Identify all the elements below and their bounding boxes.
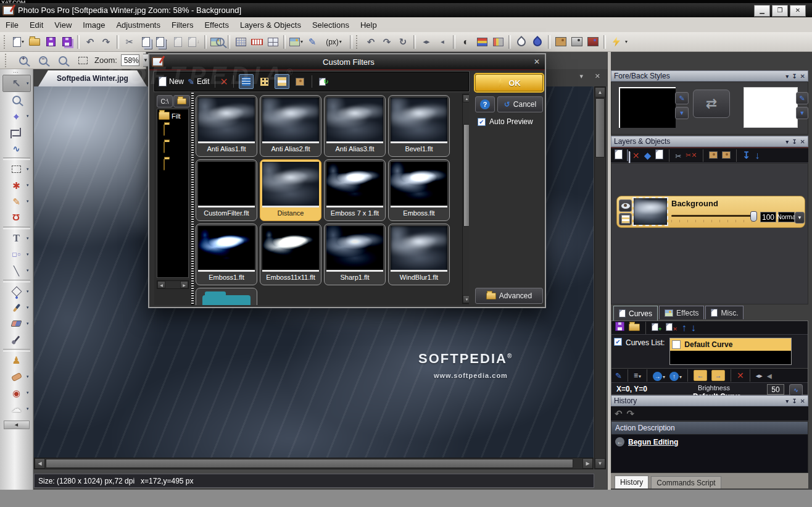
curves-list-checkbox[interactable]: ✔ bbox=[614, 338, 622, 346]
copy-button[interactable] bbox=[138, 34, 154, 50]
edit-foreground-button[interactable]: ✎ bbox=[675, 92, 689, 104]
units-dropdown[interactable]: (px)▾ bbox=[320, 34, 347, 50]
maximize-button[interactable]: ❐ bbox=[772, 5, 788, 17]
filter-item[interactable]: Sharp1.flt bbox=[324, 224, 386, 285]
pane-splitter[interactable] bbox=[191, 93, 194, 305]
tool-healing[interactable]: ▾ bbox=[3, 369, 30, 385]
grayscale-preset-button[interactable] bbox=[569, 34, 585, 50]
scroll-up-arrow[interactable]: ▲ bbox=[595, 87, 605, 98]
rotate-right-button[interactable]: ↷ bbox=[379, 34, 395, 50]
opacity-slider-track[interactable] bbox=[671, 215, 755, 217]
contrast-button[interactable]: ◐ bbox=[458, 34, 474, 50]
load-curve-button[interactable] bbox=[629, 322, 640, 333]
tab-close-icon[interactable]: ✕ bbox=[595, 73, 600, 80]
filter-item[interactable]: Anti Alias3.flt bbox=[324, 95, 386, 157]
zoom-page-button[interactable] bbox=[55, 52, 71, 69]
curve-value-box[interactable]: 50 bbox=[767, 384, 784, 395]
cut-button[interactable]: ✂ bbox=[122, 34, 138, 50]
layer-transparency-button[interactable] bbox=[619, 213, 632, 225]
filter-grid-scrollbar[interactable]: ▲ ▼ bbox=[462, 94, 469, 304]
palette-collapse-button[interactable]: ◀ bbox=[4, 421, 30, 429]
horizontal-scroll-thumb[interactable] bbox=[46, 459, 573, 468]
menu-edit[interactable]: Edit bbox=[24, 19, 49, 31]
sepia-preset-button[interactable] bbox=[553, 34, 569, 50]
color-levels-button[interactable] bbox=[474, 34, 490, 50]
add-curve-button[interactable]: + bbox=[652, 322, 661, 333]
tool-magnetic-lasso[interactable]: Ω bbox=[3, 209, 30, 225]
open-button[interactable] bbox=[27, 34, 43, 50]
tool-eraser[interactable]: ▾ bbox=[3, 316, 30, 332]
menu-selections[interactable]: Selections bbox=[307, 19, 355, 31]
zoom-out-button[interactable]: − bbox=[35, 52, 51, 69]
folder-tree-item[interactable] bbox=[157, 136, 188, 153]
sharpen-button[interactable] bbox=[513, 34, 529, 50]
panel-close-icon[interactable]: ✕ bbox=[800, 398, 805, 404]
tool-move[interactable]: ⌖▾ bbox=[3, 108, 30, 124]
panel-collapse-icon[interactable]: ▾ bbox=[785, 73, 789, 80]
filter-item[interactable]: Anti Alias1.flt bbox=[196, 95, 257, 157]
grid-scroll-thumb[interactable] bbox=[463, 124, 469, 227]
history-item[interactable]: ← Begun Editing bbox=[611, 435, 808, 449]
foreground-color-swatch[interactable] bbox=[619, 87, 676, 128]
rotate-custom-button[interactable]: ↻ bbox=[395, 34, 411, 50]
panel-pin-icon[interactable]: ↧ bbox=[792, 138, 797, 145]
delete-filter-button[interactable]: ✕ bbox=[220, 76, 228, 88]
panel-pin-icon[interactable]: ↧ bbox=[792, 73, 797, 80]
fit-image-button[interactable] bbox=[75, 52, 91, 69]
tab-list-chevron[interactable]: ▾ bbox=[579, 73, 583, 80]
measure-button[interactable]: ✎ bbox=[304, 34, 320, 50]
panel-close-icon[interactable]: ✕ bbox=[800, 73, 805, 80]
curve-graph-button[interactable]: ∿ bbox=[789, 384, 803, 396]
tool-smudge[interactable]: ☁▾ bbox=[3, 401, 30, 417]
cancel-button[interactable]: ↺Cancel bbox=[497, 96, 543, 112]
canvas-horizontal-scrollbar[interactable]: ◀ ▶ bbox=[34, 458, 594, 469]
tool-zoom[interactable] bbox=[3, 92, 30, 108]
scroll-down-arrow[interactable]: ▼ bbox=[463, 295, 469, 303]
delete-layer-button[interactable]: ✕ bbox=[632, 151, 640, 161]
folder-tree[interactable]: Filt bbox=[157, 109, 189, 278]
large-thumbnails-button[interactable] bbox=[275, 74, 289, 89]
menu-effects[interactable]: Effects bbox=[199, 19, 234, 31]
menu-help[interactable]: Help bbox=[355, 19, 383, 31]
remove-object-button[interactable]: ✂✕ bbox=[686, 151, 697, 159]
tool-crop[interactable] bbox=[3, 124, 30, 140]
filter-item[interactable]: WindBlur1.flt bbox=[388, 224, 450, 285]
shift-right-button[interactable]: → bbox=[711, 370, 725, 381]
ok-button[interactable]: OK bbox=[475, 74, 543, 91]
edit-background-button[interactable]: ✎ bbox=[796, 92, 808, 104]
curves-listbox[interactable]: Default Curve bbox=[669, 338, 792, 365]
undo-button[interactable]: ↶ bbox=[82, 34, 98, 50]
layer-visibility-button[interactable] bbox=[619, 199, 632, 212]
duplicate-layer-button[interactable] bbox=[627, 150, 628, 161]
mirror-vertical-button[interactable]: ◂ bbox=[767, 370, 772, 382]
layer-info-button[interactable]: ◆ bbox=[644, 150, 652, 161]
drive-button[interactable]: C:\ bbox=[157, 95, 173, 107]
folder-tree-item[interactable] bbox=[157, 153, 188, 170]
reset-curve-button[interactable]: ✕ bbox=[737, 371, 744, 380]
blend-mode-value[interactable]: Norma bbox=[778, 212, 795, 222]
cut-layer-button[interactable]: ✂ bbox=[675, 150, 681, 161]
dialog-close-icon[interactable]: ✕ bbox=[534, 57, 540, 66]
paste-as-new-button[interactable]: ↓ bbox=[186, 34, 202, 50]
shift-left-button[interactable]: ← bbox=[694, 370, 707, 381]
apply-vertical-button[interactable]: ↑▾ bbox=[669, 370, 682, 382]
copy-merged-button[interactable]: ⁺ bbox=[154, 34, 170, 50]
menu-view[interactable]: View bbox=[49, 19, 77, 31]
tab-misc[interactable]: Misc. bbox=[705, 306, 744, 319]
edit-curve-button[interactable]: ✎ bbox=[615, 370, 622, 381]
save-curve-button[interactable] bbox=[615, 322, 624, 333]
curve-presets-button[interactable]: ≡▾ bbox=[634, 371, 641, 380]
tool-line[interactable]: ╲▾ bbox=[3, 262, 30, 279]
close-button[interactable]: ✕ bbox=[790, 5, 806, 17]
history-redo-button[interactable]: ↷ bbox=[627, 409, 635, 418]
canvas-vertical-scrollbar[interactable]: ▲ ▼ bbox=[594, 86, 606, 469]
background-color-swatch[interactable] bbox=[744, 87, 798, 128]
tool-select[interactable]: ↖▾ bbox=[2, 75, 31, 92]
tool-eyedropper[interactable] bbox=[3, 332, 30, 348]
blur-button[interactable] bbox=[529, 34, 545, 50]
tool-clone-stamp[interactable]: ♟ bbox=[3, 353, 30, 369]
folder-tree-scrollbar[interactable]: ◀ ▶ bbox=[157, 280, 189, 289]
refresh-list-button[interactable]: ↻ bbox=[317, 75, 331, 88]
color-preset-button[interactable] bbox=[585, 34, 601, 50]
document-tab[interactable]: Softpedia Winter.jpg bbox=[38, 70, 147, 86]
